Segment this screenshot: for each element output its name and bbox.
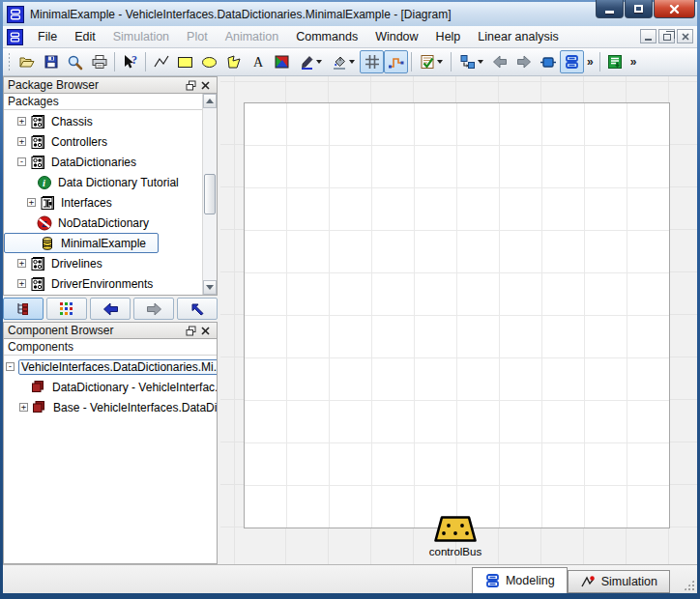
- tree-item-nodatadictionary[interactable]: Z NoDataDictionary: [4, 213, 217, 233]
- save-button[interactable]: [39, 50, 63, 73]
- menu-edit[interactable]: Edit: [66, 28, 104, 45]
- package-browser-title: Package Browser: [8, 78, 99, 92]
- menu-commands[interactable]: Commands: [287, 28, 366, 45]
- left-dock: Package Browser Packages + Chassis: [3, 76, 218, 564]
- grid-toggle-button[interactable]: [360, 50, 384, 73]
- close-button[interactable]: [654, 0, 695, 18]
- tree-item-root-model[interactable]: - VehicleInterfaces.DataDictionaries.Mi.…: [4, 357, 217, 377]
- pen-color-dropdown[interactable]: [316, 60, 322, 64]
- tree-item-label[interactable]: DriverEnvironments: [48, 276, 156, 292]
- tab-modeling[interactable]: Modeling: [472, 567, 568, 593]
- zoom-button[interactable]: [63, 50, 87, 73]
- history-forward-button[interactable]: [133, 298, 174, 320]
- icon-view-button[interactable]: [46, 298, 87, 320]
- expander-icon[interactable]: +: [19, 403, 28, 412]
- toolbar-drag-handle[interactable]: [8, 52, 12, 71]
- mdi-restore-button[interactable]: [658, 29, 675, 43]
- tree-item-label[interactable]: Chassis: [48, 114, 96, 129]
- scrollbar-track[interactable]: [203, 108, 217, 280]
- package-icon: [30, 155, 45, 170]
- menu-help[interactable]: Help: [427, 28, 470, 45]
- diagram-area[interactable]: controlBus: [220, 76, 697, 564]
- tree-item-minimalexample[interactable]: MinimalExample: [4, 233, 159, 253]
- scrollbar-thumb[interactable]: [204, 174, 216, 214]
- float-panel-icon[interactable]: [184, 78, 198, 92]
- tree-item-label[interactable]: MinimalExample: [58, 236, 149, 251]
- ellipse-tool-button[interactable]: [197, 50, 221, 73]
- tree-item-interfaces[interactable]: + Interfaces: [4, 192, 217, 213]
- toolbar-overflow-chevron[interactable]: »: [584, 55, 597, 69]
- pen-color-button[interactable]: [294, 50, 327, 73]
- tree-item-label[interactable]: Controllers: [48, 134, 110, 150]
- package-icon: [30, 256, 45, 271]
- tree-item-label[interactable]: NoDataDictionary: [55, 215, 152, 231]
- check-model-button[interactable]: [415, 50, 448, 73]
- menu-window[interactable]: Window: [366, 28, 426, 45]
- tree-item-label[interactable]: Interfaces: [58, 195, 115, 211]
- tree-item-label[interactable]: DataDictionaries: [48, 155, 139, 170]
- polygon-tool-button[interactable]: [221, 50, 246, 73]
- resize-grip[interactable]: [684, 580, 694, 590]
- tree-item-data-dictionary-tutorial[interactable]: i Data Dictionary Tutorial: [4, 172, 217, 192]
- expander-icon[interactable]: +: [17, 279, 26, 288]
- tree-item-chassis[interactable]: + Chassis: [4, 111, 217, 131]
- back-button[interactable]: [487, 50, 511, 73]
- translate-button[interactable]: [454, 50, 487, 73]
- simulation-script-button[interactable]: [603, 50, 627, 73]
- component-insert-button[interactable]: [536, 50, 560, 73]
- scroll-up-icon[interactable]: [203, 94, 217, 108]
- context-help-button[interactable]: ?: [118, 50, 142, 73]
- history-back-button[interactable]: [90, 298, 131, 320]
- collapse-icon[interactable]: -: [17, 157, 26, 166]
- tree-item-label[interactable]: Base - VehicleInterfaces.DataDic...: [50, 400, 218, 415]
- expander-icon[interactable]: +: [27, 198, 36, 207]
- tree-item-base-component[interactable]: + Base - VehicleInterfaces.DataDic...: [4, 397, 217, 417]
- tree-item-label[interactable]: DataDictionary - VehicleInterfac...: [49, 380, 218, 395]
- float-panel-icon[interactable]: [184, 324, 198, 337]
- mdi-child-icon[interactable]: [7, 29, 23, 45]
- tree-item-datadictionary-component[interactable]: DataDictionary - VehicleInterfac...: [4, 377, 217, 397]
- fill-color-dropdown[interactable]: [349, 60, 355, 64]
- text-tool-button[interactable]: A: [246, 50, 270, 73]
- toolbar-overflow-chevron-2[interactable]: »: [627, 55, 640, 69]
- tree-item-label[interactable]: Data Dictionary Tutorial: [55, 175, 182, 190]
- mdi-minimize-button[interactable]: [640, 29, 656, 43]
- tree-item-controllers[interactable]: + Controllers: [4, 131, 217, 152]
- translate-dropdown[interactable]: [478, 60, 483, 64]
- control-bus-connector[interactable]: [433, 515, 478, 544]
- minimize-button[interactable]: [596, 0, 624, 18]
- tab-simulation[interactable]: Simulation: [568, 570, 670, 593]
- tree-item-drivelines[interactable]: + Drivelines: [4, 253, 217, 273]
- collapse-icon[interactable]: -: [6, 362, 15, 371]
- tree-item-label[interactable]: VehicleInterfaces.DataDictionaries.Mi...: [18, 359, 218, 375]
- maximize-button[interactable]: [625, 0, 653, 18]
- menu-linear-analysis[interactable]: Linear analysis: [469, 28, 567, 45]
- rectangle-tool-button[interactable]: [173, 50, 197, 73]
- mdi-close-button[interactable]: [677, 29, 693, 43]
- diagram-canvas[interactable]: [244, 102, 670, 528]
- check-model-dropdown[interactable]: [437, 60, 443, 64]
- expander-icon[interactable]: +: [17, 259, 26, 268]
- package-tree: + Chassis + Controllers - DataDictionari…: [4, 110, 217, 294]
- scroll-down-icon[interactable]: [203, 280, 217, 295]
- open-button[interactable]: [15, 50, 39, 73]
- expander-icon[interactable]: +: [17, 137, 26, 146]
- package-tree-scrollbar[interactable]: [202, 94, 217, 295]
- close-panel-icon[interactable]: [198, 78, 213, 92]
- diagram-window-button[interactable]: [560, 50, 584, 73]
- print-button[interactable]: [87, 50, 111, 73]
- tree-view-button[interactable]: [3, 298, 44, 320]
- smart-connect-button[interactable]: [384, 50, 408, 73]
- line-tool-button[interactable]: [149, 50, 173, 73]
- close-panel-icon[interactable]: [198, 324, 213, 337]
- tree-item-datadictionaries[interactable]: - DataDictionaries: [4, 152, 217, 172]
- fill-color-button[interactable]: [327, 50, 360, 73]
- parent-class-button[interactable]: [177, 298, 218, 320]
- tree-item-driverenvironments[interactable]: + DriverEnvironments: [4, 273, 217, 294]
- forward-button[interactable]: [511, 50, 536, 73]
- tree-item-label[interactable]: Drivelines: [48, 256, 105, 271]
- bitmap-tool-button[interactable]: [270, 50, 294, 73]
- menu-file[interactable]: File: [29, 28, 66, 45]
- package-icon: [30, 114, 45, 129]
- expander-icon[interactable]: +: [17, 117, 26, 126]
